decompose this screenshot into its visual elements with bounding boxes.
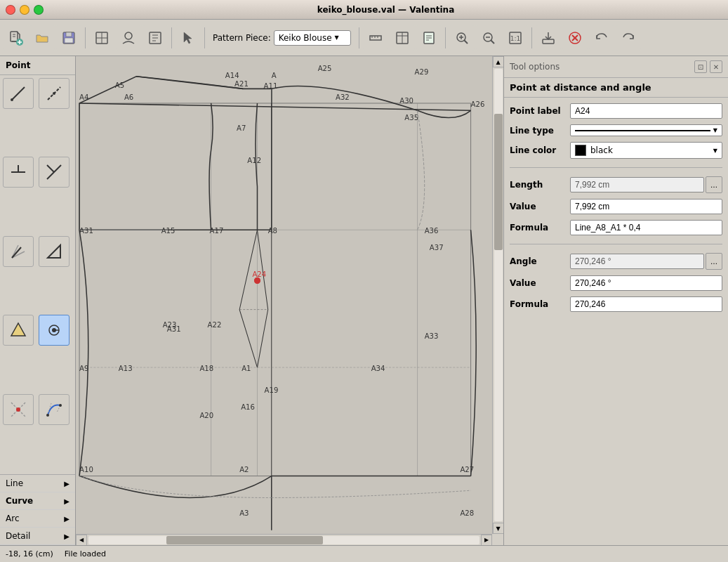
close-piece-button[interactable] — [562, 25, 588, 51]
angle-value-input[interactable] — [570, 275, 722, 291]
tool-point-distance-angle[interactable] — [39, 315, 70, 346]
svg-text:A14: A14 — [225, 72, 239, 79]
svg-rect-8 — [65, 38, 73, 43]
category-line-label: Line — [6, 478, 23, 488]
svg-text:A10: A10 — [79, 466, 93, 473]
draft-mode-button[interactable] — [89, 25, 114, 51]
angle-formula-input[interactable] — [570, 296, 722, 312]
category-detail-arrow: ▶ — [64, 532, 70, 540]
tool-triangle[interactable] — [3, 315, 34, 346]
tool-line-point-2[interactable] — [39, 78, 70, 109]
category-curve-label: Curve — [6, 496, 33, 506]
close-button[interactable] — [6, 5, 15, 15]
minimize-button[interactable] — [20, 5, 29, 15]
svg-text:A2: A2 — [239, 466, 249, 473]
measurements-button[interactable] — [363, 25, 388, 51]
table-button[interactable] — [390, 25, 415, 51]
tool-normal[interactable] — [39, 157, 70, 188]
canvas-area[interactable]: A5 A6 A4 A14 A21 A11 A A25 A29 A26 A32 A… — [76, 56, 503, 545]
toolbar-separator-5 — [445, 27, 446, 48]
point-label-input[interactable] — [570, 103, 722, 119]
resize-corner — [492, 534, 503, 545]
svg-marker-52 — [48, 245, 60, 258]
toolbar-separator-3 — [204, 27, 205, 48]
window-controls[interactable] — [6, 5, 44, 15]
length-formula-input[interactable] — [570, 220, 722, 235]
vertical-scrollbar[interactable]: ▲ ▼ — [492, 56, 503, 534]
length-formula-btn[interactable]: … — [706, 176, 722, 193]
zoom-in-button[interactable] — [449, 25, 475, 51]
line-type-select[interactable]: ▼ — [570, 124, 722, 136]
left-panel: Point — [0, 56, 76, 545]
svg-text:A23: A23 — [163, 321, 177, 329]
svg-point-59 — [16, 407, 20, 412]
category-curve[interactable]: Curve ▶ — [0, 492, 75, 510]
svg-text:A19: A19 — [265, 386, 279, 394]
model-button[interactable] — [116, 25, 141, 51]
undo-button[interactable] — [589, 25, 614, 51]
pattern-canvas[interactable]: A5 A6 A4 A14 A21 A11 A A25 A29 A26 A32 A… — [76, 56, 492, 534]
statusbar: -18, 16 (cm) File loaded — [0, 545, 728, 562]
svg-text:A4: A4 — [79, 93, 88, 101]
scroll-up-button[interactable]: ▲ — [493, 56, 504, 67]
line-type-arrow: ▼ — [713, 127, 717, 133]
svg-point-62 — [46, 414, 49, 417]
svg-text:A5: A5 — [115, 81, 124, 89]
pattern-piece-dropdown[interactable]: Keiko Blouse ▼ — [274, 30, 351, 46]
open-button[interactable] — [29, 25, 55, 51]
category-detail[interactable]: Detail ▶ — [0, 528, 75, 545]
notes-button[interactable] — [416, 25, 442, 51]
length-value-input[interactable] — [570, 199, 722, 214]
svg-text:A35: A35 — [404, 114, 418, 122]
point-label-row: Point label — [510, 103, 722, 119]
svg-text:A3: A3 — [239, 509, 249, 517]
scroll-left-button[interactable]: ◀ — [76, 535, 87, 546]
pattern-svg[interactable]: A5 A6 A4 A14 A21 A11 A A25 A29 A26 A32 A… — [76, 56, 492, 534]
v-scroll-thumb[interactable] — [494, 114, 503, 249]
category-line[interactable]: Line ▶ — [0, 475, 75, 492]
tool-line-point[interactable] — [3, 78, 34, 109]
line-type-row: Line type ▼ — [510, 124, 722, 136]
pattern-piece-selector: Pattern Piece: Keiko Blouse ▼ — [209, 30, 355, 46]
toolbar: Pattern Piece: Keiko Blouse ▼ 1:1 — [0, 20, 728, 56]
history-button[interactable] — [143, 25, 168, 51]
horizontal-scrollbar[interactable]: ◀ ▶ — [76, 534, 492, 545]
h-scroll-thumb[interactable] — [166, 536, 323, 544]
maximize-button[interactable] — [34, 5, 44, 15]
category-arc[interactable]: Arc ▶ — [0, 510, 75, 528]
save-button[interactable] — [56, 25, 81, 51]
rp-icon-1[interactable]: ⊡ — [694, 60, 707, 73]
line-color-select[interactable]: black ▼ — [570, 142, 722, 159]
svg-text:A37: A37 — [430, 244, 444, 251]
toolbar-separator-4 — [359, 27, 359, 48]
new-button[interactable] — [3, 25, 28, 51]
length-value-row: Value — [510, 199, 722, 214]
rp-icon-2[interactable]: ✕ — [710, 60, 722, 73]
svg-point-42 — [11, 98, 13, 101]
tool-bisector[interactable] — [3, 236, 34, 267]
tool-intersect[interactable] — [3, 394, 34, 425]
angle-formula-btn[interactable]: … — [706, 253, 722, 270]
zoom-original-button[interactable]: 1:1 — [503, 25, 528, 51]
svg-text:A16: A16 — [241, 403, 255, 411]
zoom-out-button[interactable] — [476, 25, 501, 51]
length-row: Length … — [510, 176, 722, 193]
tool-along-line[interactable] — [3, 157, 34, 188]
svg-text:A24: A24 — [252, 270, 266, 278]
pointer-tool-button[interactable] — [176, 25, 201, 51]
svg-rect-64 — [76, 56, 492, 534]
svg-line-48 — [47, 165, 54, 172]
tool-shoulder[interactable] — [39, 236, 70, 267]
svg-text:A32: A32 — [336, 93, 350, 101]
category-arc-arrow: ▶ — [64, 515, 70, 523]
scroll-down-button[interactable]: ▼ — [493, 523, 504, 534]
scroll-right-button[interactable]: ▶ — [481, 535, 492, 546]
export-button[interactable] — [536, 25, 561, 51]
color-arrow: ▼ — [713, 148, 717, 154]
tool-spline-point[interactable] — [39, 394, 70, 425]
h-scroll-track[interactable] — [88, 536, 479, 544]
v-scroll-track[interactable] — [494, 69, 503, 521]
line-color-row: Line color black ▼ — [510, 142, 722, 159]
pattern-dropdown-arrow: ▼ — [335, 34, 339, 41]
redo-button[interactable] — [616, 25, 641, 51]
